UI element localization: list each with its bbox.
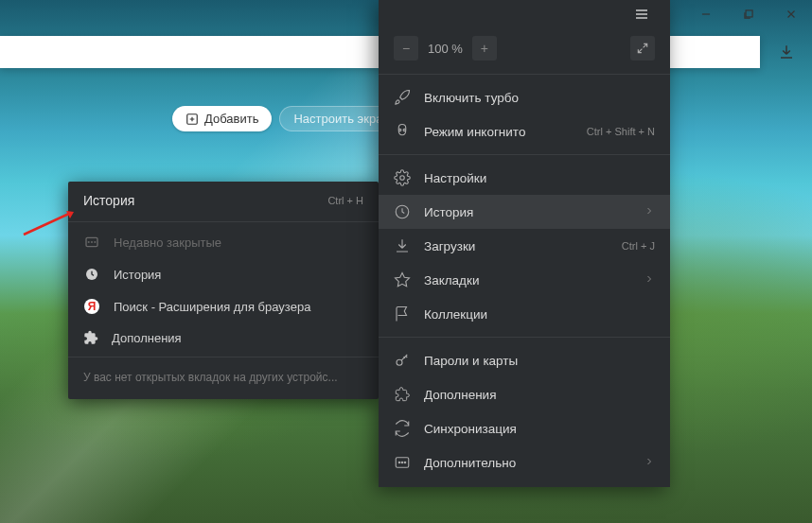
svg-point-13 [398,462,400,463]
submenu-item-label: История [114,268,161,282]
more-icon [394,454,411,471]
submenu-addons[interactable]: Дополнения [68,323,379,353]
clock-icon [83,266,100,283]
menu-label: Загрузки [424,239,609,253]
svg-point-11 [397,359,402,365]
menu-settings[interactable]: Настройки [379,161,670,195]
svg-point-14 [401,462,403,463]
menu-label: Пароли и карты [424,354,655,368]
menu-label: Синхронизация [424,422,655,436]
configure-button-label: Настроить экра [293,112,382,126]
download-icon [394,237,411,254]
menu-label: История [424,205,630,219]
svg-point-3 [92,242,93,243]
divider [68,357,379,357]
add-button-label: Добавить [204,112,258,126]
menu-shortcut: Ctrl + Shift + N [587,126,655,137]
submenu-search-extensions[interactable]: Я Поиск - Расширения для браузера [68,290,379,323]
submenu-recently-closed: Недавно закрытые [68,226,379,258]
chevron-right-icon [644,205,655,219]
menu-incognito[interactable]: Режим инкогнито Ctrl + Shift + N [379,114,670,148]
submenu-item-label: Дополнения [112,331,182,345]
zoom-value: 100 % [422,42,468,56]
maximize-button[interactable] [727,0,769,28]
incognito-icon [394,123,411,140]
window-controls [684,0,812,28]
add-button[interactable]: Добавить [172,106,272,131]
divider [379,337,670,338]
plus-box-icon [185,113,199,126]
minimize-button[interactable] [684,0,727,28]
divider [68,221,379,222]
zoom-in-button[interactable]: + [472,36,497,61]
recently-closed-icon [83,234,100,251]
menu-bookmarks[interactable]: Закладки [379,263,670,297]
menu-label: Дополнения [424,388,655,402]
chevron-right-icon [644,273,655,288]
star-icon [394,271,411,288]
menu-label: Дополнительно [424,456,630,470]
fullscreen-button[interactable] [630,36,655,61]
rocket-icon [394,89,411,106]
menu-label: Настройки [424,171,655,185]
submenu-footer: У вас нет открытых вкладок на других уст… [68,361,379,393]
download-indicator[interactable] [772,38,801,66]
puzzle-icon [83,330,98,345]
gear-icon [394,169,411,186]
flag-icon [394,305,411,323]
menu-sync[interactable]: Синхронизация [379,411,670,445]
menu-label: Коллекции [424,307,655,322]
yandex-icon: Я [83,298,100,315]
svg-point-6 [399,129,401,131]
menu-downloads[interactable]: Загрузки Ctrl + J [379,229,670,263]
submenu-item-label: Недавно закрытые [114,235,221,250]
submenu-item-label: Поиск - Расширения для браузера [114,300,310,314]
menu-addons[interactable]: Дополнения [379,377,670,411]
menu-shortcut: Ctrl + J [622,240,655,252]
svg-point-2 [88,242,89,243]
submenu-title: История [83,193,327,208]
divider [379,74,670,75]
zoom-out-button[interactable]: − [394,36,418,61]
menu-label: Включить турбо [424,91,655,105]
search-bar-arrow [744,36,760,68]
menu-label: Закладки [424,273,630,288]
menu-history[interactable]: История [379,195,670,229]
zoom-controls: − 100 % + [379,28,670,68]
main-menu: − 100 % + Включить турбо Режим инкогнито… [379,0,670,487]
hamburger-button[interactable] [620,0,662,28]
submenu-history[interactable]: История [68,258,379,290]
close-button[interactable] [769,0,812,28]
menu-more[interactable]: Дополнительно [379,445,670,479]
sync-icon [394,420,411,437]
submenu-header[interactable]: История Ctrl + H [68,182,379,218]
svg-point-4 [95,242,96,243]
svg-point-15 [404,462,406,463]
divider [379,154,670,155]
menu-passwords[interactable]: Пароли и карты [379,343,670,377]
menu-collections[interactable]: Коллекции [379,297,670,331]
svg-point-7 [403,129,405,131]
svg-marker-10 [396,273,410,287]
tableau-actions: Добавить Настроить экра [172,106,397,131]
annotation-arrow [19,208,76,236]
key-icon [394,352,411,369]
svg-rect-16 [746,10,752,17]
chevron-right-icon [644,456,655,470]
puzzle-icon [394,386,411,403]
menu-label: Режим инкогнито [424,125,574,139]
submenu-shortcut: Ctrl + H [327,195,363,206]
history-submenu: История Ctrl + H Недавно закрытые Истори… [68,182,379,399]
svg-point-8 [400,176,405,181]
menu-turbo[interactable]: Включить турбо [379,80,670,114]
history-icon [394,203,411,220]
